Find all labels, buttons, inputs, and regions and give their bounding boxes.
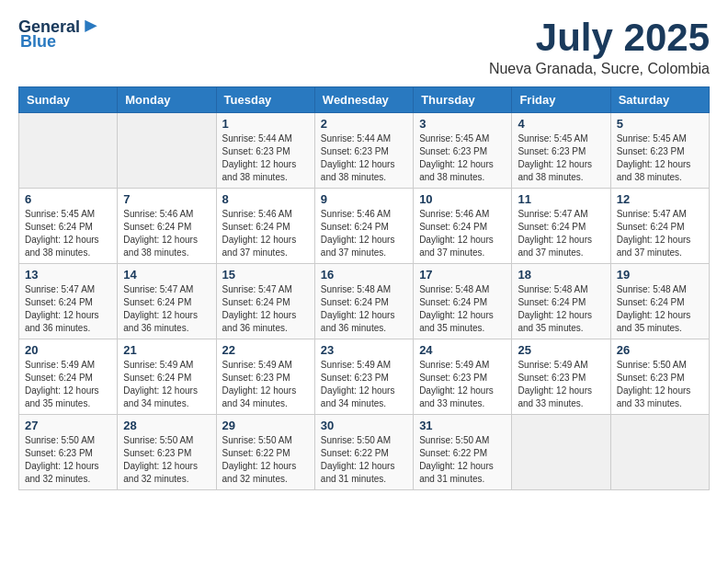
day-number: 23 (321, 343, 407, 357)
calendar-day-cell: 5Sunrise: 5:45 AM Sunset: 6:23 PM Daylig… (610, 113, 709, 189)
calendar-weekday-header: Monday (118, 87, 216, 113)
day-info: Sunrise: 5:49 AM Sunset: 6:23 PM Dayligh… (222, 359, 309, 410)
day-number: 6 (25, 192, 111, 206)
main-title: July 2025 (489, 18, 710, 57)
subtitle: Nueva Granada, Sucre, Colombia (489, 61, 710, 77)
day-number: 27 (25, 419, 111, 432)
day-info: Sunrise: 5:50 AM Sunset: 6:22 PM Dayligh… (222, 434, 309, 486)
calendar-day-cell (118, 113, 216, 189)
day-number: 25 (518, 343, 604, 357)
day-info: Sunrise: 5:48 AM Sunset: 6:24 PM Dayligh… (419, 283, 506, 335)
calendar-day-cell: 7Sunrise: 5:46 AM Sunset: 6:24 PM Daylig… (118, 189, 216, 264)
calendar-weekday-header: Sunday (19, 87, 118, 113)
day-number: 10 (419, 192, 506, 206)
day-number: 19 (617, 268, 703, 282)
calendar-day-cell: 30Sunrise: 5:50 AM Sunset: 6:22 PM Dayli… (314, 415, 413, 490)
calendar-week-row: 6Sunrise: 5:45 AM Sunset: 6:24 PM Daylig… (19, 189, 710, 264)
calendar-day-cell: 17Sunrise: 5:48 AM Sunset: 6:24 PM Dayli… (414, 264, 512, 339)
day-number: 8 (222, 192, 309, 206)
day-info: Sunrise: 5:47 AM Sunset: 6:24 PM Dayligh… (518, 208, 604, 259)
day-number: 15 (222, 268, 309, 282)
day-number: 1 (222, 117, 309, 131)
calendar-day-cell: 15Sunrise: 5:47 AM Sunset: 6:24 PM Dayli… (216, 264, 314, 339)
calendar-week-row: 27Sunrise: 5:50 AM Sunset: 6:23 PM Dayli… (19, 415, 710, 490)
calendar-day-cell: 1Sunrise: 5:44 AM Sunset: 6:23 PM Daylig… (216, 113, 314, 189)
day-info: Sunrise: 5:45 AM Sunset: 6:23 PM Dayligh… (419, 132, 506, 184)
calendar-day-cell: 4Sunrise: 5:45 AM Sunset: 6:23 PM Daylig… (512, 113, 610, 189)
day-info: Sunrise: 5:44 AM Sunset: 6:23 PM Dayligh… (222, 132, 309, 184)
day-info: Sunrise: 5:46 AM Sunset: 6:24 PM Dayligh… (321, 208, 407, 259)
calendar-day-cell (512, 415, 610, 490)
calendar-day-cell: 18Sunrise: 5:48 AM Sunset: 6:24 PM Dayli… (512, 264, 610, 339)
calendar-day-cell: 3Sunrise: 5:45 AM Sunset: 6:23 PM Daylig… (414, 113, 512, 189)
calendar-day-cell (19, 113, 118, 189)
day-number: 9 (321, 192, 407, 206)
day-info: Sunrise: 5:46 AM Sunset: 6:24 PM Dayligh… (222, 208, 309, 259)
calendar-day-cell: 16Sunrise: 5:48 AM Sunset: 6:24 PM Dayli… (314, 264, 413, 339)
day-number: 29 (222, 419, 309, 432)
calendar-day-cell: 26Sunrise: 5:50 AM Sunset: 6:23 PM Dayli… (610, 339, 709, 415)
calendar-weekday-header: Tuesday (216, 87, 314, 113)
calendar-day-cell: 12Sunrise: 5:47 AM Sunset: 6:24 PM Dayli… (610, 189, 709, 264)
calendar-day-cell: 25Sunrise: 5:49 AM Sunset: 6:23 PM Dayli… (512, 339, 610, 415)
day-number: 16 (321, 268, 407, 282)
day-info: Sunrise: 5:45 AM Sunset: 6:23 PM Dayligh… (617, 132, 703, 184)
calendar-day-cell (610, 415, 709, 490)
day-number: 28 (123, 419, 210, 432)
day-info: Sunrise: 5:50 AM Sunset: 6:22 PM Dayligh… (321, 434, 407, 486)
calendar-day-cell: 29Sunrise: 5:50 AM Sunset: 6:22 PM Dayli… (216, 415, 314, 490)
day-number: 12 (617, 192, 703, 206)
calendar-week-row: 1Sunrise: 5:44 AM Sunset: 6:23 PM Daylig… (19, 113, 710, 189)
day-info: Sunrise: 5:46 AM Sunset: 6:24 PM Dayligh… (419, 208, 506, 259)
day-info: Sunrise: 5:49 AM Sunset: 6:23 PM Dayligh… (321, 359, 407, 410)
title-block: July 2025 Nueva Granada, Sucre, Colombia (489, 18, 710, 77)
day-info: Sunrise: 5:49 AM Sunset: 6:23 PM Dayligh… (419, 359, 506, 410)
day-number: 14 (123, 268, 210, 282)
calendar-day-cell: 21Sunrise: 5:49 AM Sunset: 6:24 PM Dayli… (118, 339, 216, 415)
day-info: Sunrise: 5:47 AM Sunset: 6:24 PM Dayligh… (25, 283, 111, 335)
day-number: 18 (518, 268, 604, 282)
day-info: Sunrise: 5:47 AM Sunset: 6:24 PM Dayligh… (617, 208, 703, 259)
calendar-day-cell: 27Sunrise: 5:50 AM Sunset: 6:23 PM Dayli… (19, 415, 118, 490)
day-info: Sunrise: 5:46 AM Sunset: 6:24 PM Dayligh… (123, 208, 210, 259)
calendar-day-cell: 10Sunrise: 5:46 AM Sunset: 6:24 PM Dayli… (414, 189, 512, 264)
day-number: 21 (123, 343, 210, 357)
day-info: Sunrise: 5:44 AM Sunset: 6:23 PM Dayligh… (321, 132, 407, 184)
day-info: Sunrise: 5:45 AM Sunset: 6:24 PM Dayligh… (25, 208, 111, 259)
calendar-weekday-header: Saturday (610, 87, 709, 113)
day-number: 26 (617, 343, 703, 357)
logo-flag-icon (82, 18, 100, 37)
day-number: 11 (518, 192, 604, 206)
day-number: 31 (419, 419, 506, 432)
calendar-day-cell: 23Sunrise: 5:49 AM Sunset: 6:23 PM Dayli… (314, 339, 413, 415)
day-info: Sunrise: 5:48 AM Sunset: 6:24 PM Dayligh… (518, 283, 604, 335)
calendar-day-cell: 2Sunrise: 5:44 AM Sunset: 6:23 PM Daylig… (314, 113, 413, 189)
calendar-day-cell: 8Sunrise: 5:46 AM Sunset: 6:24 PM Daylig… (216, 189, 314, 264)
day-number: 30 (321, 419, 407, 432)
day-number: 17 (419, 268, 506, 282)
logo: General Blue (18, 18, 100, 52)
day-info: Sunrise: 5:50 AM Sunset: 6:22 PM Dayligh… (419, 434, 506, 486)
calendar-weekday-header: Wednesday (314, 87, 413, 113)
calendar-day-cell: 31Sunrise: 5:50 AM Sunset: 6:22 PM Dayli… (414, 415, 512, 490)
calendar-table: SundayMondayTuesdayWednesdayThursdayFrid… (18, 86, 710, 490)
day-info: Sunrise: 5:48 AM Sunset: 6:24 PM Dayligh… (321, 283, 407, 335)
calendar-day-cell: 11Sunrise: 5:47 AM Sunset: 6:24 PM Dayli… (512, 189, 610, 264)
calendar-day-cell: 9Sunrise: 5:46 AM Sunset: 6:24 PM Daylig… (314, 189, 413, 264)
calendar-weekday-header: Friday (512, 87, 610, 113)
header: General Blue July 2025 Nueva Granada, Su… (18, 18, 710, 77)
calendar-week-row: 13Sunrise: 5:47 AM Sunset: 6:24 PM Dayli… (19, 264, 710, 339)
day-number: 20 (25, 343, 111, 357)
day-info: Sunrise: 5:48 AM Sunset: 6:24 PM Dayligh… (617, 283, 703, 335)
logo-blue-text: Blue (20, 32, 56, 51)
calendar-day-cell: 6Sunrise: 5:45 AM Sunset: 6:24 PM Daylig… (19, 189, 118, 264)
calendar-day-cell: 19Sunrise: 5:48 AM Sunset: 6:24 PM Dayli… (610, 264, 709, 339)
day-info: Sunrise: 5:50 AM Sunset: 6:23 PM Dayligh… (25, 434, 111, 486)
day-info: Sunrise: 5:49 AM Sunset: 6:24 PM Dayligh… (25, 359, 111, 410)
day-number: 4 (518, 117, 604, 131)
calendar-day-cell: 28Sunrise: 5:50 AM Sunset: 6:23 PM Dayli… (118, 415, 216, 490)
day-number: 5 (617, 117, 703, 131)
calendar-header-row: SundayMondayTuesdayWednesdayThursdayFrid… (19, 87, 710, 113)
svg-marker-0 (85, 20, 97, 32)
day-info: Sunrise: 5:49 AM Sunset: 6:24 PM Dayligh… (123, 359, 210, 410)
